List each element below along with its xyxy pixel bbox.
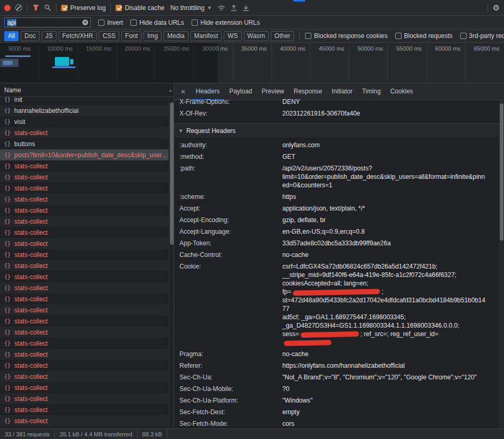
header-name: Pragma:	[179, 350, 282, 358]
type-filter-doc[interactable]: Doc	[21, 31, 39, 41]
type-filter-css[interactable]: CSS	[99, 31, 119, 41]
export-har-icon[interactable]	[242, 4, 250, 11]
request-headers-section[interactable]: ▼ Request Headers	[174, 123, 499, 138]
request-row[interactable]: {}stats-collect	[0, 127, 168, 138]
toolbar-divider	[56, 4, 56, 12]
close-icon[interactable]: ✕	[176, 88, 191, 96]
toolbar-divider	[110, 4, 111, 12]
request-row[interactable]: {}stats-collect	[0, 205, 168, 216]
details-scrollbar[interactable]	[499, 100, 504, 428]
scroll-up-arrow-icon[interactable]: ▲	[168, 88, 173, 93]
scrollbar-thumb[interactable]	[500, 103, 503, 241]
header-row: :scheme:https	[174, 191, 499, 203]
settings-gear-icon[interactable]: ⚙	[493, 4, 500, 12]
script-file-icon: {}	[4, 340, 11, 346]
request-row[interactable]: {}stats-collect	[0, 249, 168, 260]
request-row[interactable]: {}stats-collect	[0, 304, 168, 316]
header-row: Referer:https://onlyfans.com/hannaheliza…	[174, 360, 499, 371]
preserve-log-checkbox[interactable]: Preserve log	[61, 4, 106, 12]
request-row[interactable]: {}stats-collect	[0, 260, 168, 271]
request-row[interactable]: {}visit	[0, 116, 168, 127]
header-row: Accept:application/json, text/plain, */*	[174, 203, 499, 214]
request-row[interactable]: {}hannahelizabethofficial	[0, 105, 168, 116]
request-row[interactable]: {}stats-collect	[0, 227, 168, 238]
type-filter-font[interactable]: Font	[121, 31, 141, 41]
request-row[interactable]: {}stats-collect	[0, 349, 168, 360]
network-overview-timeline[interactable]: 5000 ms10000 ms15000 ms20000 ms25000 ms3…	[0, 43, 504, 83]
header-row: Pragma:no-cache	[174, 348, 499, 360]
request-name: buttons	[14, 140, 35, 148]
type-filter-wasm[interactable]: Wasm	[244, 31, 269, 41]
header-name: :authority:	[179, 141, 282, 149]
request-row[interactable]: {}stats-collect	[0, 327, 168, 338]
request-name: stats-collect	[14, 318, 47, 325]
type-filter-manifest[interactable]: Manifest	[191, 31, 222, 41]
disable-cache-checkbox[interactable]: Disable cache	[116, 4, 164, 12]
header-row: :method:GET	[174, 151, 499, 163]
search-icon[interactable]	[44, 4, 51, 11]
request-name: stats-collect	[14, 406, 47, 414]
toolbar-divider	[27, 4, 27, 12]
filter-icon[interactable]	[32, 4, 40, 11]
request-row[interactable]: {}stats-collect	[0, 183, 168, 194]
request-row[interactable]: {}stats-collect	[0, 404, 168, 415]
request-row[interactable]: {}stats-collect	[0, 216, 168, 227]
throttling-dropdown[interactable]: No throttling ▼	[169, 4, 213, 12]
scrollbar-thumb[interactable]	[170, 102, 174, 245]
network-conditions-icon[interactable]	[217, 4, 225, 11]
request-row[interactable]: {}init	[0, 94, 168, 105]
request-row[interactable]: {}stats-collect	[0, 160, 168, 171]
hide-extension-urls-label: Hide extension URLs	[201, 19, 260, 26]
request-name: stats-collect	[14, 295, 47, 303]
request-name: stats-collect	[14, 129, 47, 137]
filter-input[interactable]: api ✕	[4, 17, 91, 27]
header-row: Cookie:csrf=LdfcGX4Sa72db06824c657db26a5…	[174, 261, 499, 348]
type-filter-all[interactable]: All	[4, 31, 18, 41]
request-name: stats-collect	[14, 384, 47, 392]
filter-checkbox-3rd-party-requests[interactable]: 3rd-party requests	[460, 32, 504, 40]
request-row[interactable]: {}posts?limit=10&order=publish_date_desc…	[0, 149, 168, 160]
request-row[interactable]: {}stats-collect	[0, 338, 168, 349]
type-filter-js[interactable]: JS	[42, 31, 56, 41]
filter-checkbox-blocked-requests[interactable]: Blocked requests	[395, 32, 453, 40]
request-row[interactable]: {}stats-collect	[0, 171, 168, 183]
request-row[interactable]: {}stats-collect	[0, 415, 168, 426]
filter-checkbox-blocked-response-cookies[interactable]: Blocked response cookies	[305, 32, 387, 40]
request-row[interactable]: {}stats-collect	[0, 282, 168, 293]
request-details-panel: ✕ HeadersPayloadPreviewResponseInitiator…	[174, 83, 504, 428]
record-button[interactable]	[4, 5, 11, 11]
request-name: init	[14, 96, 22, 103]
clear-network-log-icon[interactable]	[15, 4, 22, 11]
type-filter-img[interactable]: Img	[144, 31, 161, 41]
type-filter-ws[interactable]: WS	[224, 31, 241, 41]
header-name: :method:	[179, 152, 282, 161]
request-row[interactable]: {}stats-collect	[0, 194, 168, 205]
request-row[interactable]: {}stats-collect	[0, 293, 168, 304]
request-row[interactable]: {}buttons	[0, 138, 168, 149]
request-row[interactable]: {}stats-collect	[0, 271, 168, 282]
script-file-icon: {}	[4, 252, 11, 257]
clear-filter-icon[interactable]: ✕	[82, 20, 88, 25]
invert-checkbox[interactable]: Invert	[98, 19, 123, 26]
request-name: stats-collect	[14, 329, 47, 336]
waterfall-bar	[70, 59, 73, 64]
hide-extension-urls-checkbox[interactable]: Hide extension URLs	[192, 19, 260, 26]
triangle-down-icon: ▼	[178, 128, 183, 133]
request-row[interactable]: {}stats-collect	[0, 371, 168, 382]
type-filter-fetch-xhr[interactable]: Fetch/XHR	[59, 31, 97, 41]
request-row[interactable]: {}stats-collect	[0, 393, 168, 404]
request-name: stats-collect	[14, 351, 47, 358]
script-file-icon: {}	[4, 141, 11, 147]
import-har-icon[interactable]	[230, 4, 237, 11]
request-row[interactable]: {}stats-collect	[0, 360, 168, 371]
request-name: stats-collect	[14, 163, 47, 170]
type-filter-other[interactable]: Other	[271, 31, 294, 41]
script-file-icon: {}	[4, 230, 11, 235]
header-name: Accept-Language:	[179, 227, 282, 236]
hide-data-urls-checkbox[interactable]: Hide data URLs	[130, 19, 184, 26]
request-row[interactable]: {}stats-collect	[0, 382, 168, 393]
request-list-scrollbar[interactable]	[168, 97, 174, 428]
type-filter-media[interactable]: Media	[164, 31, 188, 41]
request-row[interactable]: {}stats-collect	[0, 238, 168, 249]
request-row[interactable]: {}stats-collect	[0, 316, 168, 327]
